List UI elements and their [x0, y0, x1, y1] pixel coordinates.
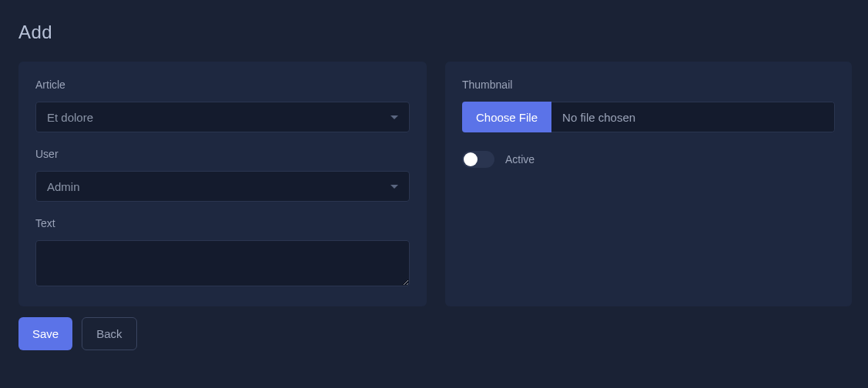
- article-label: Article: [35, 79, 410, 91]
- thumbnail-file-input: Choose File No file chosen: [462, 102, 835, 132]
- form-group-text: Text: [35, 217, 410, 289]
- text-textarea[interactable]: [35, 240, 410, 286]
- form-content: Article Et dolore User Admin Text Thumbn…: [0, 62, 868, 306]
- user-label: User: [35, 148, 410, 160]
- card-right: Thumbnail Choose File No file chosen Act…: [445, 62, 852, 306]
- toggle-group-active: Active: [462, 151, 835, 168]
- active-label: Active: [505, 153, 535, 166]
- form-group-article: Article Et dolore: [35, 79, 410, 132]
- chevron-down-icon: [390, 185, 398, 189]
- user-select-value: Admin: [47, 180, 390, 193]
- text-label: Text: [35, 217, 410, 229]
- user-select[interactable]: Admin: [35, 171, 410, 202]
- chevron-down-icon: [390, 115, 398, 119]
- thumbnail-label: Thumbnail: [462, 79, 835, 91]
- button-row: Save Back: [0, 306, 868, 350]
- article-select[interactable]: Et dolore: [35, 102, 410, 132]
- back-button[interactable]: Back: [82, 317, 136, 350]
- save-button[interactable]: Save: [18, 317, 72, 350]
- choose-file-button[interactable]: Choose File: [462, 102, 551, 132]
- card-left: Article Et dolore User Admin Text: [18, 62, 427, 306]
- article-select-value: Et dolore: [47, 111, 390, 124]
- toggle-thumb: [464, 152, 478, 166]
- active-toggle[interactable]: [462, 151, 494, 168]
- page-title: Add: [0, 0, 868, 62]
- form-group-user: User Admin: [35, 148, 410, 202]
- form-group-thumbnail: Thumbnail Choose File No file chosen: [462, 79, 835, 132]
- file-name-display: No file chosen: [551, 102, 835, 132]
